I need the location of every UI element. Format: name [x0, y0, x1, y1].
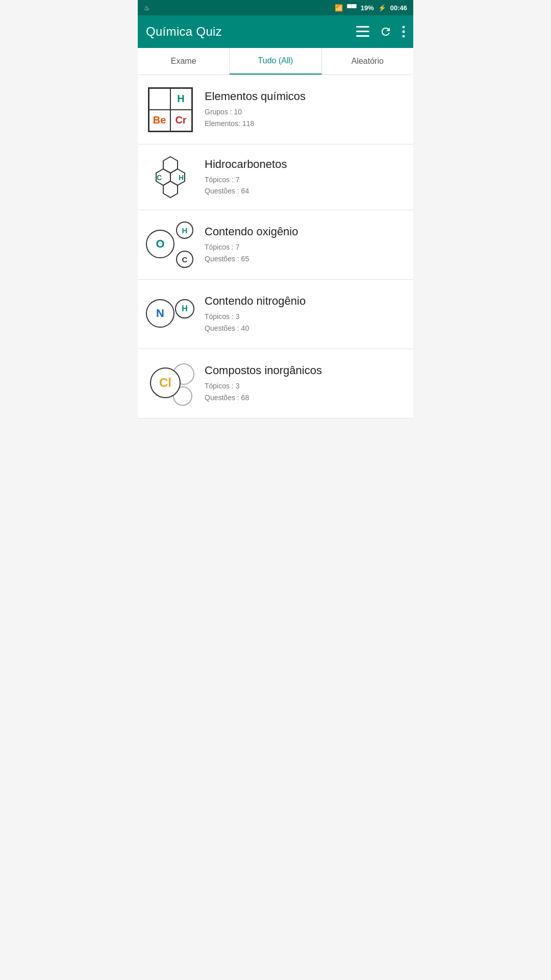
item-detail: Grupos : 10 Elementos: 118 — [205, 106, 405, 129]
app-bar: Química Quiz — [138, 15, 413, 48]
svg-point-4 — [403, 31, 405, 33]
item-detail: Tópicos : 3 Questões : 68 — [205, 380, 405, 403]
status-bar: ♨ 📶 ▀▀ 19% ⚡ 00:46 — [138, 0, 413, 15]
refresh-icon[interactable] — [380, 26, 392, 38]
list-item[interactable]: C H Hidrocarbonetos Tópicos : 7 Questões… — [138, 144, 413, 210]
tabs: Exame Tudo (All) Aleatório — [138, 48, 413, 75]
item-detail: Tópicos : 7 Questões : 65 — [205, 241, 405, 264]
inorganico-icon: Cl — [146, 359, 194, 408]
item-title: Elementos químicos — [205, 90, 405, 103]
svg-point-3 — [403, 26, 405, 29]
svg-rect-1 — [356, 31, 369, 32]
hidrocarbonetos-icon: C H — [146, 155, 194, 200]
svg-text:H: H — [178, 174, 183, 182]
item-detail: Tópicos : 3 Questões : 40 — [205, 311, 405, 334]
inorganico-text: Compostos inorgânicos Tópicos : 3 Questõ… — [205, 364, 405, 403]
list-item[interactable]: N H Contendo nitrogênio Tópicos : 3 Ques… — [138, 280, 413, 349]
usb-icon: ♨ — [144, 4, 150, 12]
nitrogenio-text: Contendo nitrogênio Tópicos : 3 Questões… — [205, 295, 405, 334]
oxygen-c-circle: C — [176, 251, 193, 268]
status-right: 📶 ▀▀ 19% ⚡ 00:46 — [335, 4, 407, 12]
tab-tudo[interactable]: Tudo (All) — [230, 48, 321, 75]
svg-rect-2 — [356, 35, 369, 37]
oxigenio-text: Contendo oxigênio Tópicos : 7 Questões :… — [205, 225, 405, 264]
app-bar-actions — [356, 26, 405, 38]
tab-exame[interactable]: Exame — [138, 48, 230, 75]
nitrogenio-icon: N H — [146, 290, 194, 338]
list-item[interactable]: O H C Contendo oxigênio Tópicos : 7 Ques… — [138, 210, 413, 280]
status-left: ♨ — [144, 4, 150, 12]
item-title: Contendo oxigênio — [205, 225, 405, 238]
app-title: Química Quiz — [146, 24, 222, 39]
clock: 00:46 — [390, 4, 407, 12]
svg-marker-9 — [163, 181, 178, 198]
item-title: Compostos inorgânicos — [205, 364, 405, 377]
nitrogen-h-circle: H — [175, 299, 194, 318]
elementos-icon: H Be Cr — [146, 85, 194, 134]
menu-icon[interactable] — [356, 26, 369, 37]
elementos-text: Elementos químicos Grupos : 10 Elementos… — [205, 90, 405, 129]
list-item[interactable]: H Be Cr Elementos químicos Grupos : 10 E… — [138, 75, 413, 144]
hidrocarbonetos-text: Hidrocarbonetos Tópicos : 7 Questões : 6… — [205, 158, 405, 197]
battery-icon: ⚡ — [378, 4, 386, 12]
tab-aleatorio[interactable]: Aleatório — [322, 48, 413, 75]
more-options-icon[interactable] — [402, 26, 405, 38]
signal-icon: ▀▀ — [347, 4, 356, 12]
oxygen-o-circle: O — [146, 230, 174, 258]
item-title: Hidrocarbonetos — [205, 158, 405, 171]
svg-point-5 — [403, 35, 405, 38]
list-item[interactable]: Cl Compostos inorgânicos Tópicos : 3 Que… — [138, 349, 413, 419]
svg-rect-0 — [356, 26, 369, 28]
bluetooth-icon: 📶 — [335, 4, 343, 12]
item-title: Contendo nitrogênio — [205, 295, 405, 308]
category-list: H Be Cr Elementos químicos Grupos : 10 E… — [138, 75, 413, 419]
item-detail: Tópicos : 7 Questões : 64 — [205, 174, 405, 197]
battery-level: 19% — [361, 4, 374, 12]
svg-text:C: C — [156, 174, 161, 182]
oxigenio-icon: O H C — [146, 220, 194, 269]
oxygen-h-circle: H — [176, 222, 193, 239]
inorganic-cl-circle: Cl — [150, 368, 181, 398]
nitrogen-n-circle: N — [146, 299, 174, 328]
